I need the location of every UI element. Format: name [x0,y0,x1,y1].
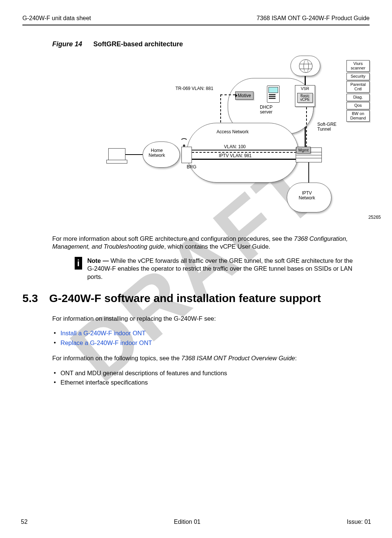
side-security: Security [346,73,370,80]
section-heading: 5.3 G-240W-F software and installation f… [22,292,370,305]
figure-label: Figure 14 [52,40,82,48]
para1-a: For more information about soft GRE arch… [52,235,294,242]
note-block: i Note — While the vCPE forwards all tra… [75,257,355,281]
softgre-dashed-line [306,107,307,147]
access-network-label: Access Network [217,130,249,134]
para1-b: , which contains the vCPE User Guide. [164,243,270,250]
para3-ital: 7368 ISAM ONT Product Overview Guide [181,355,295,361]
para3-a: For information on the following topics,… [52,355,181,361]
footer-edition: Edition 01 [174,519,200,525]
paragraph-install-info: For information on installing or replaci… [52,315,370,323]
olt-to-iptv-line [308,162,309,185]
wifi-icon [181,140,188,147]
footer-issue: Issue: 01 [347,519,371,525]
basic-vcpe-box: Basic vCPE [297,93,313,103]
figure-caption: Figure 14 SoftGRE-based architecture [52,40,370,48]
vlan100-dash [192,152,296,153]
laptop-icon [108,148,125,161]
dhcp-label: DHCP server [260,105,273,115]
server-icon [267,85,280,103]
side-virus-scanner: Viurs scanner [346,60,370,72]
list-item: Install a G-240W-F indoor ONT [52,329,370,338]
list-item: ONT and MDU general descriptions of feat… [52,368,370,378]
link-list: Install a G-240W-F indoor ONT Replace a … [52,329,370,348]
iptv-vlan-label: IPTV VLAN: 981 [219,153,252,158]
link-install-ont[interactable]: Install a G-240W-F indoor ONT [60,330,146,336]
note-body: While the vCPE forwards all traffic over… [87,257,353,280]
section-number: 5.3 [22,292,38,305]
laptop-to-home-line [125,154,143,155]
header-right: 7368 ISAM ONT G-240W-F Product Guide [256,15,370,22]
note-lead: Note — [87,257,111,264]
footer-page-number: 52 [21,519,28,525]
section-title: G-240W-F software and installation featu… [49,292,321,305]
paragraph-topics-info: For information on the following topics,… [52,354,370,362]
figure-id: 25265 [368,215,381,220]
figure-diagram: DHCP server Motive VSR Basic vCPE Viurs … [105,56,381,220]
paragraph-softgre-info: For more information about soft GRE arch… [52,235,370,251]
topic-ethernet: Ethernet interface specifications [60,379,148,386]
home-network-label: Home Network [149,148,165,158]
globe-icon [299,59,312,73]
para3-b: : [295,355,297,361]
side-parental-cntl: Parental Cntl [346,81,370,93]
info-icon: i [75,257,82,270]
link-replace-ont[interactable]: Replace a G-240W-F indoor ONT [60,339,152,346]
note-text: Note — While the vCPE forwards all traff… [87,257,355,281]
header-divider [22,25,370,25]
list-item: Replace a G-240W-F indoor ONT [52,338,370,348]
side-qos: Qos [346,102,370,109]
figure-title-text: SoftGRE-based architecture [93,40,183,48]
side-diag: Diag. [346,94,370,101]
page-footer: 52 Edition 01 Issue: 01 [21,519,371,525]
internet-cloud-icon [290,56,320,76]
side-bw-on-demand: BW on Demand [346,110,370,122]
vlan100-label: VLAN: 100 [224,144,246,149]
brg-box-icon [181,147,192,163]
motive-box: Motive [235,91,253,100]
topic-ont-mdu: ONT and MDU general descriptions of feat… [60,370,227,376]
mgmt-box: Mgmt [296,147,311,153]
vsr-label: VSR [296,86,314,91]
vlan100-line [192,150,296,150]
page-header: G-240W-F unit data sheet 7368 ISAM ONT G… [22,15,370,22]
iptv-network-label: IPTV Network [299,191,315,200]
topics-list: ONT and MDU general descriptions of feat… [52,368,370,388]
list-item: Ethernet interface specifications [52,378,370,388]
tr069-label: TR-069 VLAN: 881 [175,86,213,91]
tr069-arrow [220,94,235,95]
brg-label: BRG [187,165,196,170]
soft-gre-label: Soft-GRE Tunnel [317,122,336,132]
header-left: G-240W-F unit data sheet [22,15,91,22]
